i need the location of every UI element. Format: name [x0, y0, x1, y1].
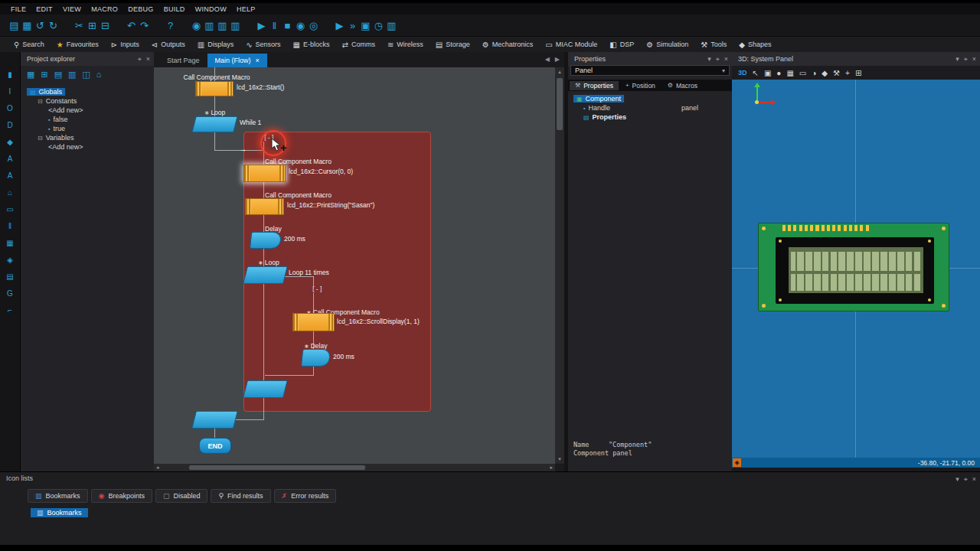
menu-item[interactable]: EDIT	[36, 5, 53, 13]
collapse-toggle[interactable]: [-]	[311, 286, 323, 293]
while-loop-node[interactable]	[191, 116, 237, 132]
project-toolbar-icon[interactable]: ⌂	[96, 70, 102, 79]
ribbon-group[interactable]: ▥ Displays	[191, 41, 240, 49]
menu-item[interactable]: BUILD	[164, 5, 185, 13]
icon-list-tab[interactable]: ◉ Breakpoints	[91, 489, 152, 503]
toolbar-icon[interactable]: ◉	[294, 20, 307, 31]
tab-start-page[interactable]: Start Page	[159, 54, 207, 67]
toolbar-icon[interactable]: ▤	[8, 20, 21, 31]
expander-icon[interactable]: ⊟	[38, 98, 43, 105]
ribbon-group[interactable]: ⇄ Comms	[336, 41, 381, 49]
flow-icon[interactable]: A	[8, 171, 13, 180]
expander-icon[interactable]: ⊟	[38, 135, 43, 142]
toolbar-icon[interactable]: ↷	[138, 20, 151, 31]
tree-item-component[interactable]: ▣Component	[568, 94, 732, 103]
call-macro-scrolldisplay-node[interactable]	[292, 313, 335, 331]
view-3d-label[interactable]: 3D	[738, 69, 747, 77]
toolbar-icon[interactable]: ▣	[359, 20, 372, 31]
count-loop-end-node[interactable]	[243, 380, 288, 398]
toolbar-icon[interactable]: ↺	[34, 20, 47, 31]
ribbon-group[interactable]: ⊳ Inputs	[105, 41, 145, 49]
ribbon-group[interactable]: ⊲ Outputs	[145, 41, 191, 49]
toolbar-icon[interactable]: ✂	[73, 20, 86, 31]
toolbar-icon[interactable]: ▥	[216, 20, 229, 31]
scroll-left-icon[interactable]: ◂	[156, 465, 159, 471]
tree-item-constants[interactable]: ⊟ Constants	[21, 96, 154, 106]
tab-scroll-left-icon[interactable]: ◀	[545, 56, 550, 63]
flow-icon[interactable]: G	[7, 289, 13, 298]
ribbon-group[interactable]: ◧ DSP	[603, 41, 640, 49]
pin-icon[interactable]: ⌖	[716, 55, 720, 64]
project-toolbar-icon[interactable]: ▥	[68, 70, 76, 80]
ribbon-group[interactable]: ★ Favourites	[51, 41, 105, 49]
toolbar-icon[interactable]: ◷	[372, 20, 385, 31]
toolbar-icon[interactable]: ◎	[307, 20, 320, 31]
flow-icon[interactable]: ▭	[6, 205, 13, 214]
toolbar-icon[interactable]: ↶	[125, 20, 138, 31]
icon-list-tab[interactable]: ▥ Bookmarks	[28, 489, 88, 503]
toolbar-icon[interactable]: ■	[281, 20, 294, 31]
toolbar-icon[interactable]: ◉	[190, 20, 203, 31]
close-icon[interactable]: ×	[972, 55, 976, 63]
tab-scroll-right-icon[interactable]: ▶	[555, 56, 560, 63]
toolbar-icon[interactable]: ⊟	[99, 20, 112, 31]
toolbar-icon[interactable]: ↻	[47, 20, 60, 31]
close-icon[interactable]: ×	[724, 55, 728, 63]
project-toolbar-icon[interactable]: ⊞	[41, 70, 47, 80]
flow-icon[interactable]: D	[7, 121, 12, 129]
tab-main-flow[interactable]: Main (Flow) ×	[207, 54, 267, 67]
call-macro-cursor-node[interactable]	[243, 165, 286, 182]
menu-item[interactable]: DEBUG	[128, 5, 154, 13]
view-3d-tool-icon[interactable]: ▭	[799, 69, 806, 77]
collapse-icon[interactable]: ▾	[956, 55, 959, 63]
icon-list-tab[interactable]: ▢ Disabled	[155, 489, 208, 503]
tree-item-variables[interactable]: ⊟ Variables	[21, 133, 154, 142]
pin-icon[interactable]: ⌖	[964, 55, 968, 64]
toolbar-icon[interactable]: ▦	[21, 20, 34, 31]
ribbon-group[interactable]: ∿ Sensors	[240, 41, 286, 49]
view-3d-tool-icon[interactable]: ▣	[764, 69, 771, 77]
ribbon-group[interactable]: ⚒ Tools	[694, 41, 733, 49]
component-selector-dropdown[interactable]: Panel ▾	[570, 65, 730, 76]
end-node[interactable]: END	[199, 438, 231, 454]
flow-icon[interactable]: I	[9, 87, 11, 96]
menu-item[interactable]: WINDOW	[195, 5, 227, 13]
call-macro-printstring-node[interactable]	[245, 198, 284, 215]
toolbar-icon[interactable]: ‖	[268, 20, 281, 31]
menu-item[interactable]: HELP	[237, 5, 256, 13]
collapse-icon[interactable]: ▾	[956, 475, 959, 483]
view-3d-tool-icon[interactable]: +	[845, 69, 850, 77]
toolbar-icon[interactable]: »	[346, 20, 359, 31]
toolbar-icon[interactable]: ▶	[255, 20, 268, 31]
flowchart-canvas[interactable]: Call Component Macro lcd_16x2::Start() ∗…	[154, 67, 555, 464]
project-toolbar-icon[interactable]: ▦	[27, 70, 34, 80]
ribbon-group[interactable]: ⚲ Search	[8, 41, 51, 49]
tree-item-handle[interactable]: ▪ Handle panel	[568, 103, 732, 112]
flow-icon[interactable]: ⌂	[8, 188, 12, 197]
tree-item-globals[interactable]: ▤Globals	[21, 87, 154, 96]
scroll-right-icon[interactable]: ▸	[550, 465, 553, 471]
tree-item-add-new-variable[interactable]: <Add new>	[21, 142, 154, 152]
flow-icon[interactable]: ▮	[8, 70, 12, 79]
delay-node[interactable]	[250, 232, 282, 249]
view-3d-tool-icon[interactable]: ●	[776, 69, 781, 77]
call-macro-start-node[interactable]	[195, 81, 234, 96]
simulation-viewport[interactable]	[732, 80, 980, 458]
flow-icon[interactable]: O	[7, 104, 13, 112]
icon-list-tab[interactable]: ✗ Error results	[274, 489, 337, 503]
scrollbar-thumb[interactable]	[557, 78, 563, 130]
view-3d-tool-icon[interactable]: ◑	[812, 69, 816, 77]
handle-value[interactable]: panel	[681, 104, 698, 112]
flow-icon[interactable]: ◈	[7, 256, 13, 264]
ribbon-group[interactable]: ▭ MIAC Module	[539, 41, 603, 49]
selected-list-item-bookmarks[interactable]: ▥ Bookmarks	[31, 508, 88, 517]
ribbon-group[interactable]: ◆ Shapes	[733, 41, 777, 49]
pin-icon[interactable]: ⌖	[964, 475, 968, 484]
flow-icon[interactable]: ▦	[6, 239, 13, 247]
tree-item-true[interactable]: ▪ true	[21, 124, 154, 133]
flow-icon[interactable]: ▤	[6, 272, 13, 281]
menu-item[interactable]: MACRO	[91, 5, 118, 13]
tree-item-false[interactable]: ▪ false	[21, 115, 154, 124]
tab-close-icon[interactable]: ×	[256, 57, 260, 64]
menu-item[interactable]: FILE	[11, 5, 26, 13]
